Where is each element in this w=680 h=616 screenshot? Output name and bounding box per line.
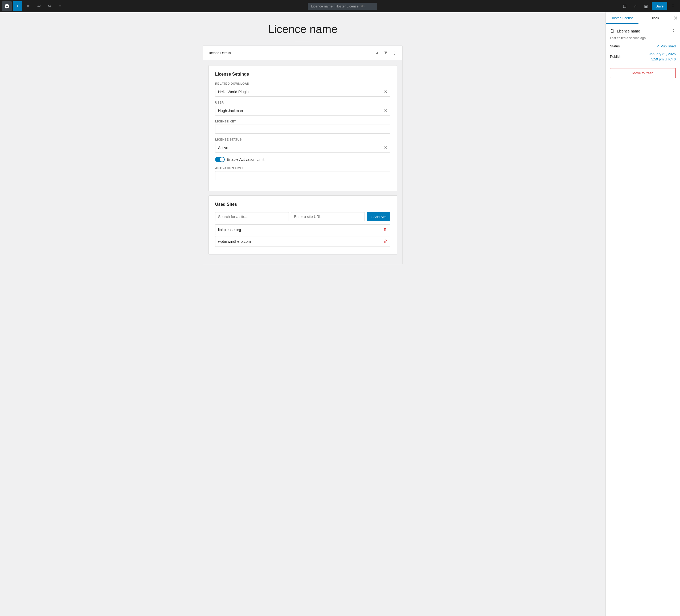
related-download-input[interactable]: Hello World Plugin ✕ xyxy=(215,87,390,97)
related-download-value: Hello World Plugin xyxy=(218,90,249,94)
status-label: Status xyxy=(610,44,620,48)
site-search-input[interactable] xyxy=(215,212,289,221)
activation-limit-toggle-row: Enable Activation Limit xyxy=(215,157,390,162)
site-delete-button[interactable]: 🗑 xyxy=(383,239,388,244)
used-sites-title: Used Sites xyxy=(215,202,390,207)
toggle-knob xyxy=(220,157,224,162)
undo-button[interactable]: ↩ xyxy=(34,1,44,11)
more-options-button[interactable]: ⋮ xyxy=(668,1,678,11)
add-block-button[interactable]: + xyxy=(13,1,22,11)
site-search-row: + Add Site xyxy=(215,212,390,221)
license-details-label: License Details xyxy=(207,51,373,55)
list-view-button[interactable]: ≡ xyxy=(55,1,65,11)
search-shortcut: ⌘K xyxy=(361,4,366,8)
tab-hoster-license[interactable]: Hoster License xyxy=(606,12,639,24)
collapse-down-button[interactable]: ▼ xyxy=(382,49,390,56)
license-key-label: LICENSE KEY xyxy=(215,120,390,123)
license-key-input[interactable]: 111c4290a38402234c00690cda3d8915 xyxy=(215,125,390,134)
publish-time-text: 5:59 pm UTC+0 xyxy=(649,57,676,62)
redo-button[interactable]: ↪ xyxy=(45,1,54,11)
site-url-text: linkplease.org xyxy=(218,228,241,232)
license-details-controls: ▲ ▼ ⋮ xyxy=(373,49,398,56)
license-status-value: Active xyxy=(218,146,228,150)
sidebar-tabs: Hoster License Block ✕ xyxy=(606,12,680,24)
license-details-block: License Details ▲ ▼ ⋮ License Settings R… xyxy=(203,46,402,264)
site-url-input[interactable] xyxy=(291,212,365,221)
license-settings-title: License Settings xyxy=(215,72,390,77)
user-label: USER xyxy=(215,101,390,104)
drag-handle-button[interactable]: ⋮ xyxy=(391,49,398,56)
license-key-field: LICENSE KEY 111c4290a38402234c00690cda3d… xyxy=(215,120,390,134)
add-site-button[interactable]: + Add Site xyxy=(367,212,390,221)
sidebar: Hoster License Block ✕ 🗒 Licence name ⋮ … xyxy=(605,12,680,616)
publish-row: Publish January 31, 2025 5:59 pm UTC+0 xyxy=(610,51,676,62)
status-value[interactable]: ✓ Published xyxy=(657,44,676,48)
license-details-header: License Details ▲ ▼ ⋮ xyxy=(203,46,402,60)
post-title[interactable]: Licence name xyxy=(203,23,402,36)
activation-limit-label: ACTIVATION LIMIT xyxy=(215,166,390,170)
published-check-icon: ✓ xyxy=(657,44,659,48)
license-details-body: License Settings RELATED DOWNLOAD Hello … xyxy=(203,60,402,264)
status-row: Status ✓ Published xyxy=(610,44,676,48)
related-download-label: RELATED DOWNLOAD xyxy=(215,82,390,85)
settings-button[interactable]: ▣ xyxy=(641,1,651,11)
document-menu-button[interactable]: ⋮ xyxy=(671,28,676,34)
license-status-input[interactable]: Active ✕ xyxy=(215,143,390,152)
related-download-field: RELATED DOWNLOAD Hello World Plugin ✕ xyxy=(215,82,390,97)
related-download-clear[interactable]: ✕ xyxy=(384,89,388,94)
editor-area: Licence name License Details ▲ ▼ ⋮ Licen… xyxy=(0,12,605,616)
document-title: Licence name xyxy=(617,29,669,33)
document-icon: 🗒 xyxy=(610,28,615,34)
user-value: Hugh Jackman xyxy=(218,109,243,113)
save-button[interactable]: Save xyxy=(652,2,667,10)
user-clear[interactable]: ✕ xyxy=(384,108,388,113)
site-url-text: wptailwindhero.com xyxy=(218,239,251,243)
tab-block[interactable]: Block xyxy=(639,12,671,24)
activation-limit-input[interactable]: 2 xyxy=(215,171,390,180)
last-edited-text: Last edited a second ago. xyxy=(610,36,676,40)
user-field: USER Hugh Jackman ✕ xyxy=(215,101,390,116)
search-bar: Licence name · Hoster License ⌘K xyxy=(308,3,377,10)
sidebar-content: 🗒 Licence name ⋮ Last edited a second ag… xyxy=(606,24,680,82)
site-delete-button[interactable]: 🗑 xyxy=(383,227,388,232)
expand-button[interactable]: ⤢ xyxy=(630,1,640,11)
sidebar-close-button[interactable]: ✕ xyxy=(671,12,680,24)
publish-label: Publish xyxy=(610,55,621,59)
document-row: 🗒 Licence name ⋮ xyxy=(610,28,676,34)
activation-limit-toggle[interactable] xyxy=(215,157,225,162)
move-to-trash-button[interactable]: Move to trash xyxy=(610,68,676,78)
main-layout: Licence name License Details ▲ ▼ ⋮ Licen… xyxy=(0,12,680,616)
site-item: linkplease.org 🗑 xyxy=(215,225,390,235)
publish-date-block[interactable]: January 31, 2025 5:59 pm UTC+0 xyxy=(649,51,676,62)
license-settings-card: License Settings RELATED DOWNLOAD Hello … xyxy=(208,65,397,191)
search-bar-text: Licence name · Hoster License xyxy=(311,4,358,8)
license-status-field: LICENSE STATUS Active ✕ xyxy=(215,138,390,152)
license-status-clear[interactable]: ✕ xyxy=(384,145,388,150)
license-status-label: LICENSE STATUS xyxy=(215,138,390,141)
activation-limit-toggle-label: Enable Activation Limit xyxy=(227,157,264,162)
used-sites-card: Used Sites + Add Site linkplease.org 🗑 w… xyxy=(208,196,397,255)
toolbar: + ✏ ↩ ↪ ≡ Licence name · Hoster License … xyxy=(0,0,680,12)
view-button[interactable]: □ xyxy=(620,1,629,11)
edit-button[interactable]: ✏ xyxy=(23,1,33,11)
user-input[interactable]: Hugh Jackman ✕ xyxy=(215,106,390,116)
site-item: wptailwindhero.com 🗑 xyxy=(215,236,390,247)
publish-date-text: January 31, 2025 xyxy=(649,51,676,57)
status-value-text: Published xyxy=(660,44,676,48)
collapse-up-button[interactable]: ▲ xyxy=(373,49,381,56)
wp-logo xyxy=(2,1,12,11)
activation-limit-field: ACTIVATION LIMIT 2 xyxy=(215,166,390,180)
